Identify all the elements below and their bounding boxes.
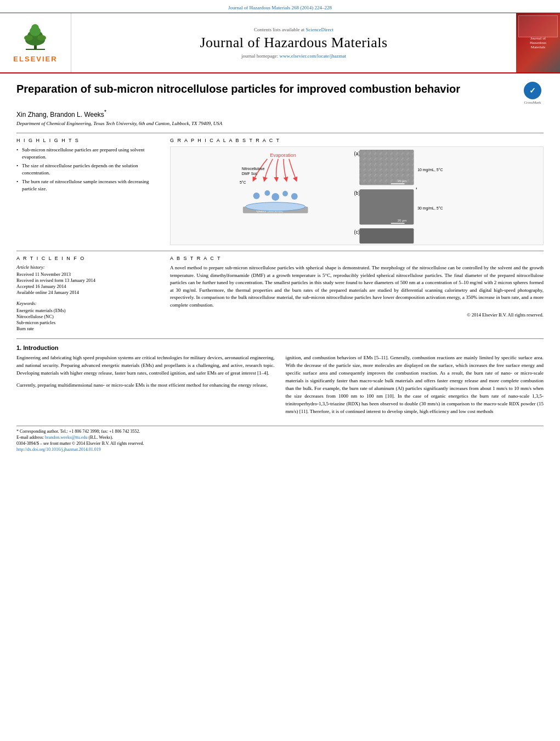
introduction-title: 1. Introduction xyxy=(16,344,544,351)
article-history: Article history: Received 11 November 20… xyxy=(16,264,159,295)
highlights-label: H I G H L I G H T S xyxy=(16,138,159,143)
footnote-issn: 0304-3894/$ – see front matter © 2014 El… xyxy=(16,441,544,446)
graphical-abstract-col: G R A P H I C A L A B S T R A C T Evapor… xyxy=(170,138,544,245)
svg-rect-1 xyxy=(26,49,45,50)
article-title: Preparation of sub-micron nitrocellulose… xyxy=(16,82,516,96)
elsevier-tree-icon xyxy=(18,22,53,53)
highlights-col: H I G H L I G H T S Sub-micron nitrocell… xyxy=(16,138,159,245)
graphical-abstract-image: Evaporation Nitrocellulose DMF Sol. 5°C xyxy=(170,146,544,245)
highlight-item-1: Sub-micron nitrocellulose particles are … xyxy=(16,146,159,160)
journal-center-info: Contents lists available at ScienceDirec… xyxy=(71,13,516,72)
body-left-col: Engineering and fabricating high speed p… xyxy=(16,354,275,420)
keyword-2: Nitrocellulose (NC) xyxy=(16,314,159,319)
crossmark-badge: ✓ CrossMark xyxy=(522,82,544,105)
body-right-text: ignition, and combustion behaviors of EM… xyxy=(286,354,544,416)
svg-text:Nitrocellulose: Nitrocellulose xyxy=(242,167,265,171)
article-info-col: A R T I C L E I N F O Article history: R… xyxy=(16,256,159,332)
svg-text:10 mg/mL, 5°C: 10 mg/mL, 5°C xyxy=(417,168,443,173)
article-info-abstract-section: A R T I C L E I N F O Article history: R… xyxy=(16,256,544,332)
divider-body xyxy=(16,338,544,339)
sciencedirect-link[interactable]: ScienceDirect xyxy=(306,27,333,32)
main-body: 1. Introduction Engineering and fabricat… xyxy=(16,344,544,420)
footnote-section: * Corresponding author. Tel.: +1 806 742… xyxy=(16,426,544,452)
svg-text:5°C: 5°C xyxy=(240,180,246,184)
journal-title: Journal of Hazardous Materials xyxy=(200,35,387,51)
svg-point-7 xyxy=(37,35,46,41)
body-left-text: Engineering and fabricating high speed p… xyxy=(16,354,275,377)
svg-point-19 xyxy=(291,193,298,200)
abstract-label: A B S T R A C T xyxy=(170,256,544,261)
contents-line: Contents lists available at ScienceDirec… xyxy=(254,27,333,32)
article-content: Preparation of sub-micron nitrocellulose… xyxy=(0,73,560,461)
svg-point-16 xyxy=(264,190,270,196)
highlight-item-3: The burn rate of nitrocellulose sample i… xyxy=(16,178,159,192)
crossmark-label: CrossMark xyxy=(524,100,541,105)
keyword-1: Energetic materials (EMs) xyxy=(16,308,159,313)
page-wrapper: Journal of Hazardous Materials 268 (2014… xyxy=(0,0,560,461)
keywords-section: Keywords: Energetic materials (EMs) Nitr… xyxy=(16,301,159,331)
svg-text:20 μm: 20 μm xyxy=(398,219,407,222)
elsevier-logo: ELSEVIER xyxy=(0,13,71,72)
footnote-doi-link[interactable]: http://dx.doi.org/10.1016/j.jhazmat.2014… xyxy=(16,447,101,452)
graphical-abstract-svg: Evaporation Nitrocellulose DMF Sol. 5°C xyxy=(171,147,543,245)
received-revised-date: Received in revised form 13 January 2014 xyxy=(16,278,159,283)
footnote-doi: http://dx.doi.org/10.1016/j.jhazmat.2014… xyxy=(16,447,544,452)
abstract-text: A novel method to prepare sub-micron nit… xyxy=(170,264,544,309)
svg-text:30 mg/mL, 5°C: 30 mg/mL, 5°C xyxy=(417,206,443,211)
cover-overlay xyxy=(518,15,558,37)
footnote-email: E-mail address: brandon.weeks@ttu.edu (B… xyxy=(16,435,544,440)
svg-text:(a): (a) xyxy=(354,151,360,156)
affiliation: Department of Chemical Engineering, Texa… xyxy=(16,121,544,126)
journal-citation: Journal of Hazardous Materials 268 (2014… xyxy=(228,5,332,10)
svg-point-18 xyxy=(282,191,288,196)
footnote-email-link[interactable]: brandon.weeks@ttu.edu xyxy=(45,435,88,440)
homepage-link[interactable]: www.elsevier.com/locate/jhazmat xyxy=(280,53,346,59)
svg-text:DMF Sol.: DMF Sol. xyxy=(242,172,258,176)
graphical-abstract-label: G R A P H I C A L A B S T R A C T xyxy=(170,138,544,143)
svg-point-15 xyxy=(253,193,260,199)
keyword-4: Burn rate xyxy=(16,326,159,331)
elsevier-brand-label: ELSEVIER xyxy=(13,55,57,63)
svg-rect-28 xyxy=(391,223,405,223)
svg-rect-24 xyxy=(391,183,405,184)
article-info-label: A R T I C L E I N F O xyxy=(16,256,159,261)
keyword-3: Sub-micron particles xyxy=(16,320,159,325)
divider-highlights xyxy=(16,133,544,133)
svg-point-17 xyxy=(271,193,279,201)
highlight-item-2: The size of nitrocellulose particles dep… xyxy=(16,162,159,176)
svg-text:(b): (b) xyxy=(354,190,360,196)
highlights-abstract-section: H I G H L I G H T S Sub-micron nitrocell… xyxy=(16,138,544,245)
author-asterisk: * xyxy=(104,109,106,115)
keywords-label: Keywords: xyxy=(16,301,159,306)
svg-text:20 μm: 20 μm xyxy=(398,179,407,183)
title-section: Preparation of sub-micron nitrocellulose… xyxy=(16,82,544,105)
journal-cover-image: Journal ofHazardousMaterials xyxy=(516,13,560,72)
highlights-list: Sub-micron nitrocellulose particles are … xyxy=(16,146,159,193)
divider-article-info xyxy=(16,251,544,251)
body-right-col: ignition, and combustion behaviors of EM… xyxy=(286,354,544,420)
accepted-date: Accepted 16 January 2014 xyxy=(16,284,159,289)
svg-point-14 xyxy=(246,202,306,211)
crossmark-icon: ✓ xyxy=(524,82,541,99)
journal-header: ELSEVIER Contents lists available at Sci… xyxy=(0,13,560,73)
svg-text:(c): (c) xyxy=(354,229,360,235)
available-date: Available online 24 January 2014 xyxy=(16,290,159,295)
authors-line: Xin Zhang, Brandon L. Weeks* xyxy=(16,109,544,118)
abstract-col: A B S T R A C T A novel method to prepar… xyxy=(170,256,544,332)
top-citation-bar: Journal of Hazardous Materials 268 (2014… xyxy=(0,0,560,13)
received-date: Received 11 November 2013 xyxy=(16,271,159,277)
cover-text: Journal ofHazardousMaterials xyxy=(529,35,547,50)
history-label: Article history: xyxy=(16,264,159,270)
footnote-corresponding: * Corresponding author. Tel.: +1 806 742… xyxy=(16,429,544,434)
svg-point-5 xyxy=(31,24,39,32)
journal-homepage: journal homepage: www.elsevier.com/locat… xyxy=(241,53,346,59)
copyright-line: © 2014 Elsevier B.V. All rights reserved… xyxy=(170,312,544,318)
body-left-text-2: Currently, preparing multidimensional na… xyxy=(16,382,275,389)
svg-rect-30 xyxy=(359,228,414,244)
body-two-col: Engineering and fabricating high speed p… xyxy=(16,354,544,420)
svg-text:Evaporation: Evaporation xyxy=(270,152,296,158)
svg-point-6 xyxy=(24,35,33,41)
